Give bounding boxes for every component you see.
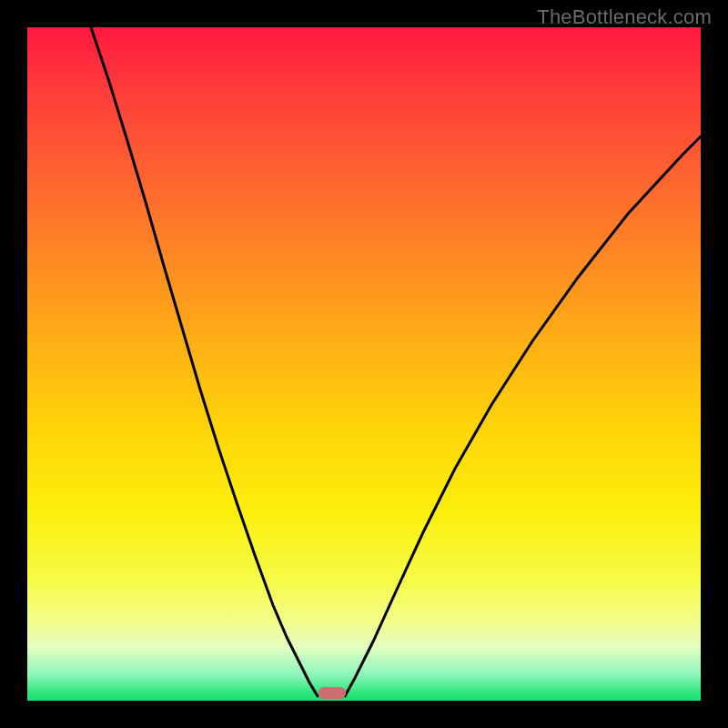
right-curve [345,136,701,696]
bottleneck-marker [318,687,346,699]
left-curve [91,27,318,696]
curve-layer [27,27,701,701]
chart-frame [27,27,701,701]
watermark-text: TheBottleneck.com [537,5,712,29]
